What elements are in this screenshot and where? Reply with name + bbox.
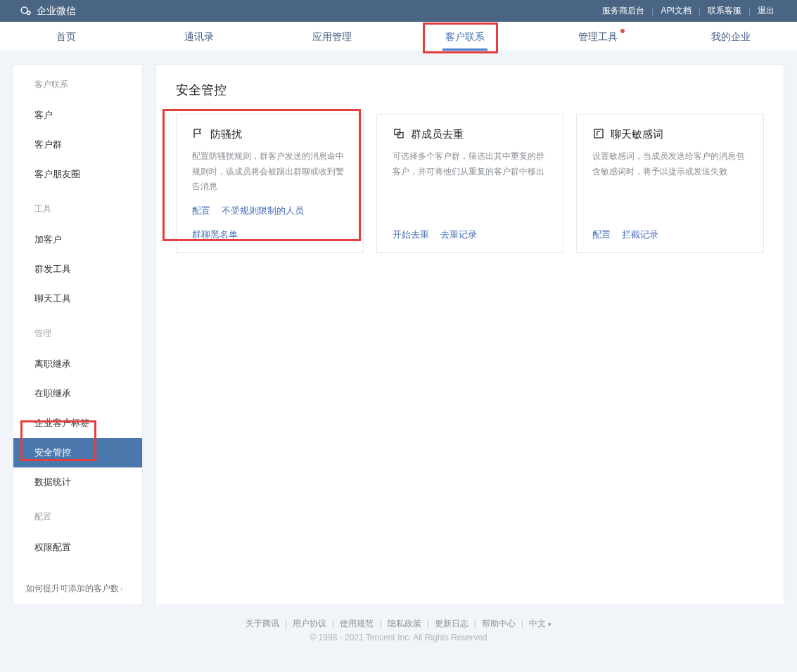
nav-item-5[interactable]: 我的企业	[664, 22, 797, 51]
sensitive-icon	[592, 127, 605, 142]
card-desc-0: 配置防骚扰规则，群客户发送的消息命中规则时，该成员将会被踢出群聊或收到警告消息	[192, 149, 348, 195]
nav-item-0[interactable]: 首页	[0, 22, 133, 51]
card-title-1: 群成员去重	[411, 128, 464, 141]
top-bar: 企业微信 服务商后台| API文档| 联系客服| 退出	[0, 0, 797, 22]
card-action-1-1[interactable]: 去重记录	[440, 228, 477, 241]
footer-language-selector[interactable]: 中文▾	[529, 618, 551, 630]
dedupe-icon	[393, 127, 405, 142]
sidebar-group-title-1: 工具	[13, 203, 142, 215]
main-panel: 安全管控 防骚扰配置防骚扰规则，群客户发送的消息命中规则时，该成员将会被踢出群聊…	[155, 64, 784, 605]
sidebar: 客户联系客户客户群客户朋友圈工具加客户群发工具聊天工具管理离职继承在职继承企业客…	[13, 64, 143, 605]
svg-point-1	[27, 11, 31, 15]
sidebar-item-1-1[interactable]: 群发工具	[13, 254, 142, 284]
card-action-0-1[interactable]: 不受规则限制的人员	[222, 205, 304, 217]
logo-icon	[20, 5, 32, 18]
footer-link-2[interactable]: 使用规范	[340, 619, 374, 628]
sidebar-item-3-0[interactable]: 权限配置	[13, 533, 142, 562]
brand-text: 企业微信	[37, 5, 76, 18]
sidebar-item-0-2[interactable]: 客户朋友圈	[13, 160, 142, 189]
nav-item-1[interactable]: 通讯录	[133, 22, 266, 51]
main-nav: 首页通讯录应用管理客户联系管理工具我的企业	[0, 22, 797, 51]
footer-link-4[interactable]: 更新日志	[435, 619, 468, 628]
footer-link-3[interactable]: 隐私政策	[388, 619, 421, 628]
card-2: 聊天敏感词设置敏感词，当成员发送给客户的消息包含敏感词时，将予以提示或发送失败配…	[576, 114, 764, 253]
notification-dot-icon	[620, 29, 625, 33]
card-action-2-1[interactable]: 拦截记录	[622, 228, 658, 241]
card-0: 防骚扰配置防骚扰规则，群客户发送的消息命中规则时，该成员将会被踢出群聊或收到警告…	[176, 114, 364, 253]
card-action-0-2[interactable]: 群聊黑名单	[192, 228, 238, 241]
footer-link-5[interactable]: 帮助中心	[482, 619, 516, 628]
sidebar-bottom-link[interactable]: 如何提升可添加的客户数 ›	[26, 583, 122, 595]
nav-item-4[interactable]: 管理工具	[531, 22, 664, 51]
card-action-0-0[interactable]: 配置	[192, 205, 210, 217]
card-desc-2: 设置敏感词，当成员发送给客户的消息包含敏感词时，将予以提示或发送失败	[592, 149, 748, 219]
sidebar-group-title-2: 管理	[13, 328, 142, 340]
footer: 关于腾讯|用户协议|使用规范|隐私政策|更新日志|帮助中心|中文▾ © 1998…	[0, 612, 797, 657]
nav-item-2[interactable]: 应用管理	[266, 22, 399, 51]
footer-link-1[interactable]: 用户协议	[293, 619, 326, 628]
sidebar-item-2-3[interactable]: 安全管控	[13, 438, 142, 467]
sidebar-item-0-1[interactable]: 客户群	[13, 130, 142, 160]
nav-item-3[interactable]: 客户联系	[398, 22, 531, 51]
card-1: 群成员去重可选择多个客户群，筛选出其中重复的群客户，并可将他们从重复的客户群中移…	[376, 114, 564, 253]
top-links: 服务商后台| API文档| 联系客服| 退出	[599, 5, 777, 17]
card-title-0: 防骚扰	[210, 128, 242, 141]
card-title-2: 聊天敏感词	[611, 128, 663, 141]
link-contact[interactable]: 联系客服	[705, 5, 744, 17]
link-provider[interactable]: 服务商后台	[599, 5, 647, 17]
sidebar-item-1-2[interactable]: 聊天工具	[13, 284, 142, 314]
link-api[interactable]: API文档	[658, 5, 694, 17]
link-logout[interactable]: 退出	[755, 5, 777, 17]
svg-rect-4	[594, 129, 603, 138]
card-action-1-0[interactable]: 开始去重	[393, 228, 429, 241]
flag-icon	[192, 127, 205, 142]
sidebar-item-2-1[interactable]: 在职继承	[13, 379, 142, 408]
chevron-right-icon: ›	[120, 585, 122, 593]
sidebar-group-title-3: 配置	[13, 511, 142, 523]
sidebar-item-2-4[interactable]: 数据统计	[13, 467, 142, 497]
sidebar-item-2-2[interactable]: 企业客户标签	[13, 408, 142, 438]
sidebar-item-2-0[interactable]: 离职继承	[13, 349, 142, 379]
footer-link-0[interactable]: 关于腾讯	[246, 619, 279, 628]
sidebar-item-0-0[interactable]: 客户	[13, 101, 142, 130]
card-desc-1: 可选择多个客户群，筛选出其中重复的群客户，并可将他们从重复的客户群中移出	[393, 149, 548, 219]
sidebar-item-1-0[interactable]: 加客户	[13, 225, 142, 254]
sidebar-group-title-0: 客户联系	[13, 79, 142, 91]
brand: 企业微信	[20, 5, 76, 18]
copyright: © 1998 - 2021 Tencent Inc. All Rights Re…	[0, 633, 797, 642]
card-action-2-0[interactable]: 配置	[592, 228, 611, 241]
sidebar-bottom-text: 如何提升可添加的客户数	[26, 583, 119, 595]
page-title: 安全管控	[176, 82, 764, 98]
chevron-down-icon: ▾	[548, 621, 551, 628]
